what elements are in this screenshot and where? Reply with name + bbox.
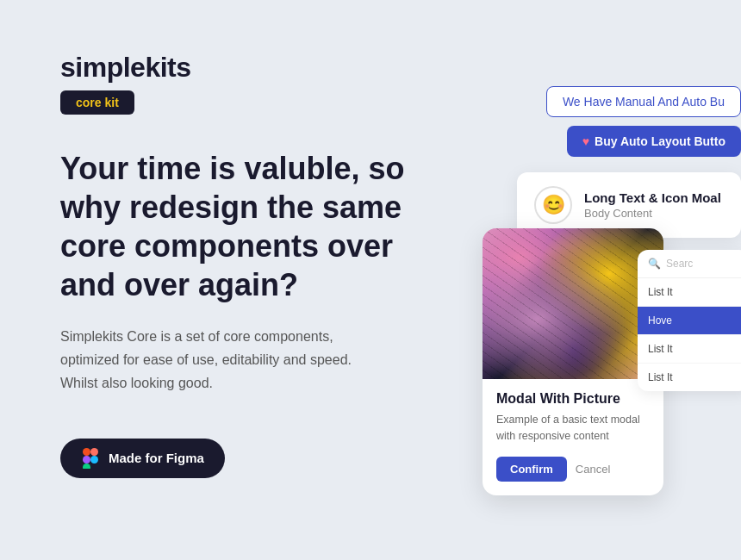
search-placeholder: Searc xyxy=(666,258,693,270)
right-panel: We Have Manual And Auto Bu ♥ Buy Auto La… xyxy=(465,0,741,560)
badge: core kit xyxy=(60,90,134,115)
picture-modal: Modal With Picture Example of a basic te… xyxy=(483,228,663,495)
list-panel: 🔍 Searc List It Hove List It List It xyxy=(638,250,741,391)
swirl-lines xyxy=(483,228,663,379)
svg-rect-0 xyxy=(83,448,90,456)
logo: simplekits xyxy=(60,52,422,84)
picture-modal-body: Modal With Picture Example of a basic te… xyxy=(483,379,663,495)
picture-modal-title: Modal With Picture xyxy=(496,391,650,407)
picture-modal-image xyxy=(483,228,663,379)
outline-button-label: We Have Manual And Auto Bu xyxy=(563,95,725,109)
list-item[interactable]: List It xyxy=(638,278,741,307)
search-icon: 🔍 xyxy=(648,258,661,270)
solid-button-label: Buy Auto Layout Butto xyxy=(595,134,725,148)
picture-modal-actions: Confirm Cancel xyxy=(496,457,650,482)
description: Simplekits Core is a set of core compone… xyxy=(60,325,388,395)
icon-modal-content: Long Text & Icon Moal Body Content xyxy=(584,190,721,220)
confirm-button[interactable]: Confirm xyxy=(496,457,567,482)
icon-modal-subtitle: Body Content xyxy=(584,207,721,220)
list-item-hover[interactable]: Hove xyxy=(638,307,741,335)
svg-rect-2 xyxy=(83,456,90,464)
svg-point-4 xyxy=(90,456,98,464)
list-item[interactable]: List It xyxy=(638,364,741,391)
figma-button-label: Made for Figma xyxy=(109,451,204,465)
top-buttons: We Have Manual And Auto Bu ♥ Buy Auto La… xyxy=(546,86,741,157)
icon-modal-emoji: 😊 xyxy=(534,186,572,224)
buy-auto-layout-button[interactable]: ♥ Buy Auto Layout Butto xyxy=(567,126,741,157)
svg-rect-3 xyxy=(83,464,90,469)
svg-rect-1 xyxy=(90,448,98,456)
cancel-button[interactable]: Cancel xyxy=(576,463,610,476)
list-item[interactable]: List It xyxy=(638,335,741,364)
icon-modal-title: Long Text & Icon Moal xyxy=(584,190,721,205)
figma-button[interactable]: Made for Figma xyxy=(60,439,225,478)
figma-icon xyxy=(81,449,100,468)
picture-modal-description: Example of a basic text modal with respo… xyxy=(496,412,650,445)
outline-button[interactable]: We Have Manual And Auto Bu xyxy=(546,86,741,117)
logo-area: simplekits core kit xyxy=(60,52,422,115)
logo-text: simplekits xyxy=(60,52,191,83)
headline: Your time is valuble, so why redesign th… xyxy=(60,149,422,304)
search-row[interactable]: 🔍 Searc xyxy=(638,250,741,278)
left-panel: simplekits core kit Your time is valuble… xyxy=(0,0,483,560)
heart-icon: ♥ xyxy=(582,134,589,148)
